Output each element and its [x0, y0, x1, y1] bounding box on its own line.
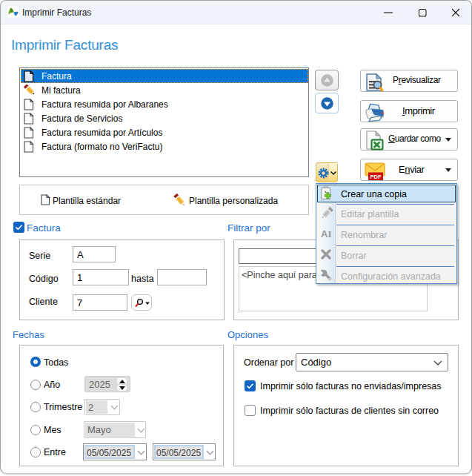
svg-text:PDF: PDF: [370, 173, 382, 180]
